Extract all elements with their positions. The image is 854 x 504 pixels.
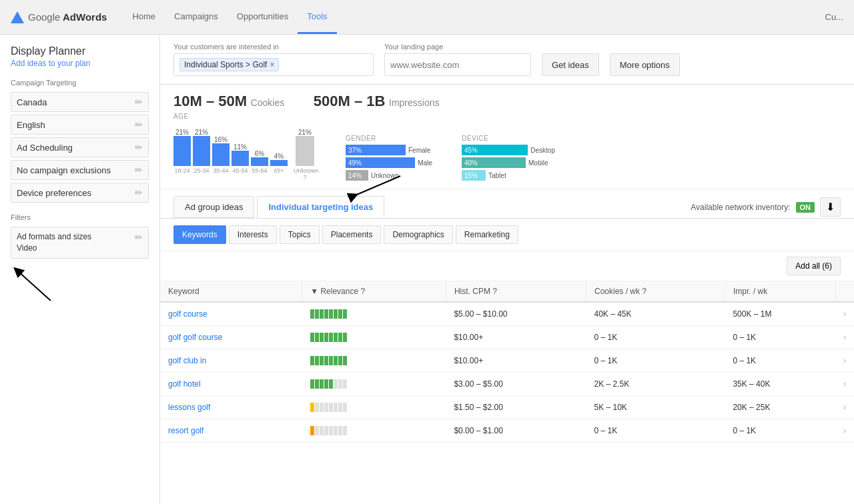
header-user: Cu... — [825, 12, 843, 22]
subtab-interests[interactable]: Interests — [229, 225, 277, 244]
col-impr-wk: Impr. / wk — [725, 281, 835, 303]
subtab-demographics[interactable]: Demographics — [384, 225, 452, 244]
targeting-ad-scheduling-label: Ad Scheduling — [17, 143, 73, 153]
edit-icon: ✏ — [135, 97, 143, 107]
keyword-link[interactable]: golf golf course — [168, 333, 222, 342]
targeting-canada-label: Canada — [17, 97, 47, 107]
impr-wk: 0 – 1K — [725, 326, 835, 349]
customers-tag-input[interactable]: Individual Sports > Golf × — [173, 53, 374, 76]
gender-male-row: 49% Male — [346, 157, 432, 168]
subtab-keywords[interactable]: Keywords — [173, 225, 226, 244]
subtab-remarketing[interactable]: Remarketing — [456, 225, 518, 244]
interest-tag: Individual Sports > Golf × — [179, 58, 279, 71]
nav-opportunities[interactable]: Opportunities — [228, 1, 298, 34]
col-cookies-wk[interactable]: Cookies / wk ? — [586, 281, 725, 303]
col-relevance[interactable]: ▼ Relevance ? — [302, 281, 446, 303]
customers-label: Your customers are interested in — [173, 43, 374, 51]
table-row: golf club in$10.00+0 – 1K0 – 1K› — [160, 349, 854, 373]
col-action — [835, 281, 854, 303]
targeting-device[interactable]: Device preferences ✏ — [11, 183, 149, 203]
keyword-link[interactable]: golf hotel — [168, 379, 201, 389]
mobile-label: Mobile — [528, 159, 548, 167]
google-text: Google — [28, 11, 60, 23]
row-action-chevron[interactable]: › — [843, 379, 846, 389]
relevance-bar — [310, 403, 438, 412]
page-layout: Display Planner Add ideas to your plan C… — [0, 35, 854, 504]
cookies-wk: 40K – 45K — [586, 302, 725, 326]
row-action-chevron[interactable]: › — [843, 356, 846, 365]
inventory-label: Available network inventory: — [691, 203, 790, 212]
row-action-chevron[interactable]: › — [843, 309, 846, 319]
tabs-row: Ad group ideas Individual targeting idea… — [160, 189, 854, 219]
get-ideas-button[interactable]: Get ideas — [542, 53, 599, 76]
targeting-ad-scheduling[interactable]: Ad Scheduling ✏ — [11, 137, 149, 157]
sidebar-subtitle[interactable]: Add ideas to your plan — [11, 59, 149, 68]
landing-page-input[interactable] — [384, 53, 531, 76]
impressions-label: Impressions — [389, 97, 439, 108]
table-row: golf hotel$3.00 – $5.002K – 2.5K35K – 40… — [160, 373, 854, 396]
female-pct: 37% — [348, 147, 362, 154]
edit-icon: ✏ — [135, 187, 143, 198]
top-bar: Your customers are interested in Individ… — [160, 35, 854, 85]
gender-female-row: 37% Female — [346, 145, 432, 155]
cookies-wk: 0 – 1K — [586, 326, 725, 349]
keyword-link[interactable]: lessons golf — [168, 403, 210, 412]
nav-campaigns[interactable]: Campaigns — [165, 1, 228, 34]
hist-cpm: $10.00+ — [446, 349, 586, 373]
col-hist-cpm[interactable]: Hist. CPM ? — [446, 281, 586, 303]
tag-close-icon[interactable]: × — [270, 60, 274, 69]
targeting-canada[interactable]: Canada ✏ — [11, 92, 149, 112]
hist-cpm: $3.00 – $5.00 — [446, 373, 586, 396]
nav-tools[interactable]: Tools — [298, 1, 336, 34]
relevance-bar — [310, 379, 438, 389]
filter-ad-formats-label: Ad formats and sizesVideo — [17, 231, 91, 254]
edit-icon: ✏ — [135, 165, 143, 175]
age-axis: 18-24 25-34 35-44 45-54 55-64 65+ Unknow… — [173, 167, 316, 181]
tablet-bar: 15% — [462, 170, 486, 181]
keywords-table: Keyword ▼ Relevance ? Hist. CPM ? Cookie… — [160, 281, 854, 443]
female-label: Female — [408, 147, 430, 154]
cookies-wk: 0 – 1K — [586, 419, 725, 443]
row-action-chevron[interactable]: › — [843, 426, 846, 435]
keyword-link[interactable]: golf club in — [168, 356, 206, 365]
inventory-toggle[interactable]: ON — [796, 202, 815, 213]
filter-ad-formats[interactable]: Ad formats and sizesVideo ✏ — [11, 227, 149, 259]
desktop-pct: 45% — [464, 147, 478, 154]
tab-ad-group-ideas[interactable]: Ad group ideas — [173, 196, 254, 218]
table-row: golf course$5.00 – $10.0040K – 45K500K –… — [160, 302, 854, 326]
row-action-chevron[interactable]: › — [843, 333, 846, 342]
download-button[interactable]: ⬇ — [820, 197, 841, 217]
targeting-english-label: English — [17, 120, 45, 130]
keyword-link[interactable]: resort golf — [168, 426, 203, 435]
landing-label: Your landing page — [384, 43, 531, 51]
tab-individual-targeting[interactable]: Individual targeting ideas — [257, 196, 384, 218]
impr-wk: 0 – 1K — [725, 419, 835, 443]
hist-cpm: $5.00 – $10.00 — [446, 302, 586, 326]
subtab-topics[interactable]: Topics — [280, 225, 320, 244]
keyword-link[interactable]: golf course — [168, 309, 207, 319]
table-header-row: Add all (6) — [160, 251, 854, 281]
device-mobile-row: 40% Mobile — [462, 157, 555, 168]
customers-input-group: Your customers are interested in Individ… — [173, 43, 374, 76]
cookies-wk: 2K – 2.5K — [586, 373, 725, 396]
targeting-exclusions[interactable]: No campaign exclusions ✏ — [11, 160, 149, 180]
table-header: Keyword ▼ Relevance ? Hist. CPM ? Cookie… — [160, 281, 854, 303]
adwords-triangle-icon — [11, 11, 24, 23]
relevance-bar — [310, 309, 438, 319]
sidebar-title: Display Planner — [11, 45, 149, 57]
row-action-chevron[interactable]: › — [843, 403, 846, 412]
tablet-label: Tablet — [488, 172, 506, 179]
relevance-bar — [310, 356, 438, 365]
header: Google AdWords Home Campaigns Opportunit… — [0, 0, 854, 35]
nav-home[interactable]: Home — [123, 1, 165, 34]
add-all-button[interactable]: Add all (6) — [787, 257, 841, 275]
relevance-bar — [310, 333, 438, 342]
more-options-button[interactable]: More options — [610, 53, 680, 76]
gender-label: GENDER — [346, 135, 432, 142]
device-chart: DEVICE 45% Desktop 40% Mobile — [462, 135, 555, 181]
impr-wk: 0 – 1K — [725, 349, 835, 373]
main-content: Your customers are interested in Individ… — [160, 35, 854, 504]
subtab-placements[interactable]: Placements — [322, 225, 382, 244]
targeting-english[interactable]: English ✏ — [11, 115, 149, 135]
age-bars: 21% 21% 16% 11% — [173, 123, 288, 166]
